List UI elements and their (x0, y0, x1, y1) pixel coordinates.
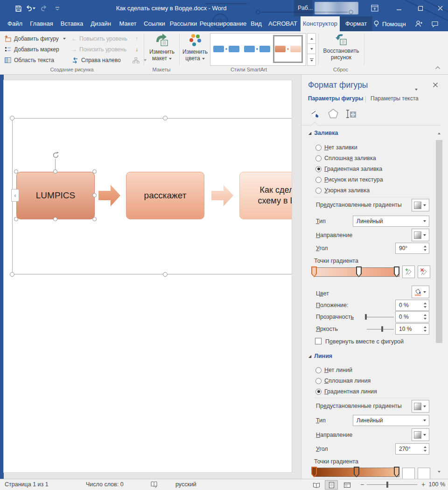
zoom-out-button[interactable]: − (358, 481, 366, 488)
line-add-gradient-stop-button[interactable] (402, 468, 415, 480)
smartart-shape-1[interactable]: LUMPICS (16, 172, 95, 219)
shape-handle[interactable] (14, 169, 18, 174)
comments-button[interactable] (427, 16, 442, 31)
zoom-slider[interactable] (367, 484, 417, 485)
tab-shape-options[interactable]: Параметры фигуры (308, 95, 363, 102)
add-bullet-button[interactable]: Добавить маркер (3, 44, 61, 55)
brightness-slider-thumb[interactable] (381, 326, 383, 332)
fill-gradient-radio[interactable]: Градиентная заливка (315, 165, 382, 173)
remove-gradient-stop-button[interactable] (418, 266, 430, 278)
tab-layout[interactable]: Макет (115, 16, 141, 31)
shape-handle[interactable] (92, 169, 97, 174)
move-up-button[interactable]: ↑ (134, 34, 140, 44)
shape-handle[interactable] (53, 169, 57, 174)
scroll-up-button[interactable] (435, 130, 443, 137)
tab-smartart-design[interactable]: Конструктор (301, 16, 340, 31)
smartart-shape-3[interactable]: Как сдела схему в Во (239, 172, 292, 219)
read-mode-button[interactable] (310, 480, 323, 490)
add-gradient-stop-button[interactable] (402, 266, 415, 278)
shape-handle[interactable] (92, 217, 97, 221)
transparency-slider[interactable] (366, 317, 394, 317)
tab-insert[interactable]: Вставка (57, 16, 87, 31)
demote-button[interactable]: → Понизить уровень (70, 44, 128, 55)
zoom-level[interactable]: 100 % (427, 481, 445, 488)
pane-scrollbar[interactable] (435, 130, 443, 476)
style-thumbnail[interactable] (211, 35, 241, 63)
pane-options-button[interactable] (415, 86, 418, 92)
fill-angle-spinner[interactable]: 90° (395, 243, 429, 254)
fill-type-dropdown[interactable]: Линейный (353, 216, 429, 227)
shape-handle[interactable] (92, 193, 97, 197)
page-indicator[interactable]: Страница 1 из 1 (5, 481, 49, 488)
tab-references[interactable]: Ссылки (141, 16, 168, 31)
preset-gradients-dropdown[interactable] (412, 199, 429, 211)
promote-button[interactable]: ← Повысить уровень (70, 34, 129, 44)
org-chart-layout-button[interactable] (131, 55, 148, 65)
effects-icon-button[interactable] (327, 107, 340, 120)
scroll-down-button[interactable] (435, 468, 443, 476)
proofing-status-button[interactable] (150, 481, 158, 488)
line-solid-radio[interactable]: Сплошная линия (315, 377, 371, 385)
style-thumbnail-selected[interactable] (273, 35, 303, 63)
scrollbar-thumb[interactable] (436, 140, 442, 343)
shape-handle[interactable] (14, 217, 18, 221)
right-to-left-button[interactable]: Справа налево (70, 55, 122, 65)
word-count[interactable]: Число слов: 0 (86, 481, 124, 488)
line-direction-dropdown[interactable] (412, 428, 429, 441)
transparency-spinner[interactable]: 0 % (395, 311, 429, 322)
fill-color-dropdown[interactable] (412, 286, 429, 298)
tab-review[interactable]: Рецензирование (199, 16, 247, 31)
rotate-with-shape-checkbox[interactable] (315, 338, 322, 344)
line-section-header[interactable]: ◢ Линия (308, 353, 332, 359)
undo-dropdown[interactable] (32, 3, 36, 14)
line-preset-gradients-dropdown[interactable] (412, 400, 429, 413)
transparency-slider-thumb[interactable] (365, 314, 367, 320)
fill-solid-radio[interactable]: Сплошная заливка (315, 154, 376, 162)
style-thumbnail[interactable] (242, 35, 272, 63)
qat-customize-button[interactable] (52, 3, 63, 14)
collapse-ribbon-button[interactable] (435, 66, 441, 70)
fill-none-radio[interactable]: Нет заливки (315, 144, 357, 151)
web-layout-button[interactable] (341, 480, 354, 490)
fill-pattern-radio[interactable]: Узорная заливка (315, 187, 370, 194)
ribbon-display-options-button[interactable] (367, 0, 383, 16)
pane-close-button[interactable] (433, 82, 438, 88)
close-button[interactable] (432, 0, 448, 16)
frame-handle[interactable] (163, 272, 168, 277)
fill-picture-radio[interactable]: Рисунок или текстура (315, 176, 383, 183)
tab-file[interactable]: Файл (4, 16, 26, 31)
change-colors-button[interactable]: Изменить цвета (181, 33, 209, 66)
shape-handle[interactable] (53, 217, 57, 221)
brightness-spinner[interactable]: 10 % (395, 323, 429, 335)
frame-handle[interactable] (163, 116, 168, 120)
line-gradient-radio[interactable]: Градиентная линия (315, 388, 377, 395)
brightness-slider[interactable] (367, 329, 394, 329)
gallery-scroll-up-button[interactable] (307, 33, 316, 44)
rotate-handle-icon[interactable] (52, 151, 60, 159)
line-type-dropdown[interactable]: Линейный (353, 415, 429, 426)
fill-direction-dropdown[interactable] (412, 229, 429, 241)
line-angle-spinner[interactable]: 270° (395, 443, 429, 455)
account-name[interactable]: Раб... (294, 0, 313, 16)
document-page[interactable]: LUMPICS расскажет Как сдела схему в Во ‹ (4, 80, 292, 472)
fill-and-line-icon-button[interactable] (308, 107, 321, 120)
share-button[interactable] (412, 16, 426, 31)
position-spinner[interactable]: 0 % (395, 300, 429, 311)
line-remove-gradient-stop-button[interactable] (418, 468, 430, 480)
text-pane-toggle-button[interactable]: ‹ (11, 189, 19, 202)
print-layout-button[interactable] (325, 480, 338, 490)
tab-text-options[interactable]: Параметры текста (371, 95, 419, 102)
frame-handle[interactable] (10, 272, 14, 277)
change-layout-button[interactable]: Изменить макет (147, 33, 177, 66)
minimize-button[interactable] (391, 0, 407, 16)
save-button[interactable] (13, 3, 23, 14)
gallery-more-button[interactable] (307, 54, 316, 66)
line-none-radio[interactable]: Нет линий (315, 366, 352, 374)
reset-graphic-button[interactable]: Восстановить рисунок (321, 33, 361, 66)
redo-button[interactable] (38, 3, 49, 14)
tab-acrobat[interactable]: ACROBAT (265, 16, 301, 31)
text-pane-button[interactable]: Область текста (3, 55, 56, 65)
tab-mailings[interactable]: Рассылки (168, 16, 199, 31)
tab-home[interactable]: Главная (26, 16, 57, 31)
add-shape-button[interactable]: Добавить фигуру (3, 34, 67, 44)
